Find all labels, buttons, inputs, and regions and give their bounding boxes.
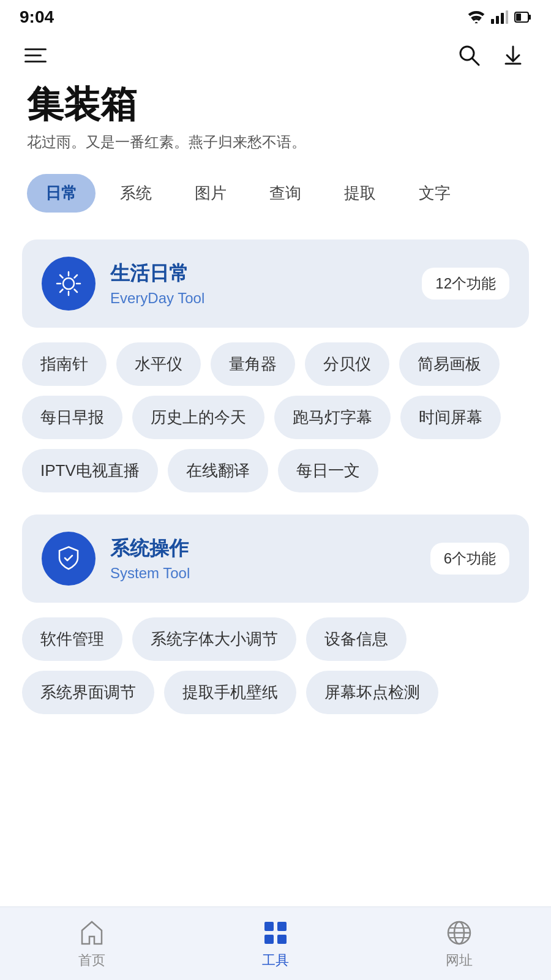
section-count-daily-life: 12个功能 <box>422 268 509 300</box>
svg-line-14 <box>60 275 63 278</box>
globe-icon <box>444 918 474 948</box>
battery-icon <box>514 10 531 24</box>
wifi-icon <box>468 11 485 23</box>
bottom-nav-label-home: 首页 <box>78 951 105 970</box>
tag-chip[interactable]: 水平仪 <box>116 342 201 386</box>
section-card-daily-life[interactable]: 生活日常EveryDay Tool12个功能 <box>22 239 529 328</box>
search-button[interactable] <box>455 42 482 69</box>
tag-chip[interactable]: IPTV电视直播 <box>22 449 158 492</box>
tag-chip[interactable]: 简易画板 <box>399 342 500 386</box>
tag-chip[interactable]: 系统界面调节 <box>22 671 154 714</box>
section-count-system-op: 6个功能 <box>430 543 509 575</box>
section-subtitle-daily-life: EveryDay Tool <box>110 290 204 307</box>
bottom-nav-home[interactable]: 首页 <box>0 912 184 976</box>
section-title-system-op: 系统操作 <box>110 535 190 562</box>
bottom-nav-tools[interactable]: 工具 <box>184 912 367 976</box>
bottom-nav-label-web: 网址 <box>446 951 473 970</box>
tab-text[interactable]: 文字 <box>400 174 469 213</box>
section-left-system-op: 系统操作System Tool <box>42 532 190 586</box>
svg-rect-20 <box>264 935 274 944</box>
section-card-system-op[interactable]: 系统操作System Tool6个功能 <box>22 514 529 603</box>
status-icons <box>468 10 531 24</box>
tags-area-system-op: 软件管理系统字体大小调节设备信息系统界面调节提取手机壁纸屏幕坏点检测 <box>0 615 551 724</box>
svg-rect-18 <box>264 922 274 931</box>
svg-rect-3 <box>506 10 508 24</box>
section-title-daily-life: 生活日常 <box>110 260 204 287</box>
bottom-navigation: 首页 工具 网址 <box>0 907 551 980</box>
tab-query[interactable]: 查询 <box>251 174 320 213</box>
svg-rect-19 <box>277 922 287 931</box>
grid-icon <box>261 918 290 948</box>
section-subtitle-system-op: System Tool <box>110 565 190 582</box>
svg-rect-6 <box>528 15 531 20</box>
section-icon-system-op <box>42 532 96 586</box>
bottom-nav-label-tools: 工具 <box>262 951 289 970</box>
section-left-daily-life: 生活日常EveryDay Tool <box>42 257 204 311</box>
download-icon <box>501 43 525 67</box>
svg-rect-2 <box>501 13 504 24</box>
tag-chip[interactable]: 设备信息 <box>306 617 407 661</box>
tag-chip[interactable]: 历史上的今天 <box>132 396 264 439</box>
tag-chip[interactable]: 屏幕坏点检测 <box>306 671 438 714</box>
tag-chip[interactable]: 分贝仪 <box>305 342 389 386</box>
sections-container: 生活日常EveryDay Tool12个功能指南针水平仪量角器分贝仪简易画板每日… <box>0 239 551 724</box>
tag-chip[interactable]: 时间屏幕 <box>400 396 501 439</box>
svg-rect-5 <box>516 13 521 21</box>
section-info-daily-life: 生活日常EveryDay Tool <box>110 260 204 307</box>
page-header: 集装箱 花过雨。又是一番红素。燕子归来愁不语。 <box>0 78 551 164</box>
nav-right-actions <box>455 42 527 69</box>
top-navigation <box>0 32 551 78</box>
menu-button[interactable] <box>24 43 49 67</box>
svg-line-17 <box>60 290 63 293</box>
tag-chip[interactable]: 系统字体大小调节 <box>132 617 296 661</box>
download-button[interactable] <box>500 42 527 69</box>
tab-system[interactable]: 系统 <box>102 174 170 213</box>
tab-daily[interactable]: 日常 <box>27 174 96 213</box>
home-icon <box>77 918 107 948</box>
page-title: 集装箱 <box>27 85 524 125</box>
tag-chip[interactable]: 软件管理 <box>22 617 122 661</box>
category-tabs: 日常系统图片查询提取文字 <box>0 164 551 227</box>
status-time: 9:04 <box>20 7 54 27</box>
svg-line-8 <box>472 58 479 65</box>
section-info-system-op: 系统操作System Tool <box>110 535 190 582</box>
section-icon-daily-life <box>42 257 96 311</box>
svg-line-16 <box>75 275 78 278</box>
svg-line-15 <box>75 290 78 293</box>
tag-chip[interactable]: 每日一文 <box>278 449 378 492</box>
tag-chip[interactable]: 在线翻译 <box>168 449 268 492</box>
tab-extract[interactable]: 提取 <box>326 174 394 213</box>
tag-chip[interactable]: 指南针 <box>22 342 107 386</box>
signal-icon <box>491 10 508 24</box>
tag-chip[interactable]: 跑马灯字幕 <box>274 396 391 439</box>
tag-chip[interactable]: 量角器 <box>211 342 295 386</box>
tag-chip[interactable]: 每日早报 <box>22 396 122 439</box>
status-bar: 9:04 <box>0 0 551 32</box>
svg-rect-21 <box>277 935 287 944</box>
tag-chip[interactable]: 提取手机壁纸 <box>164 671 296 714</box>
page-subtitle: 花过雨。又是一番红素。燕子归来愁不语。 <box>27 132 524 152</box>
search-icon <box>457 43 481 67</box>
svg-rect-0 <box>491 19 494 24</box>
tags-area-daily-life: 指南针水平仪量角器分贝仪简易画板每日早报历史上的今天跑马灯字幕时间屏幕IPTV电… <box>0 340 551 502</box>
svg-point-9 <box>63 278 74 289</box>
svg-rect-1 <box>496 16 499 24</box>
bottom-nav-web[interactable]: 网址 <box>367 912 551 976</box>
tab-image[interactable]: 图片 <box>176 174 245 213</box>
